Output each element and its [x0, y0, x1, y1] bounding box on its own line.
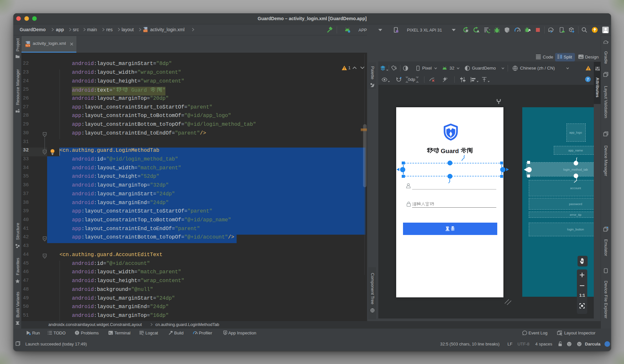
svg-text:?: ?	[587, 77, 589, 82]
svg-text:A: A	[477, 30, 479, 33]
